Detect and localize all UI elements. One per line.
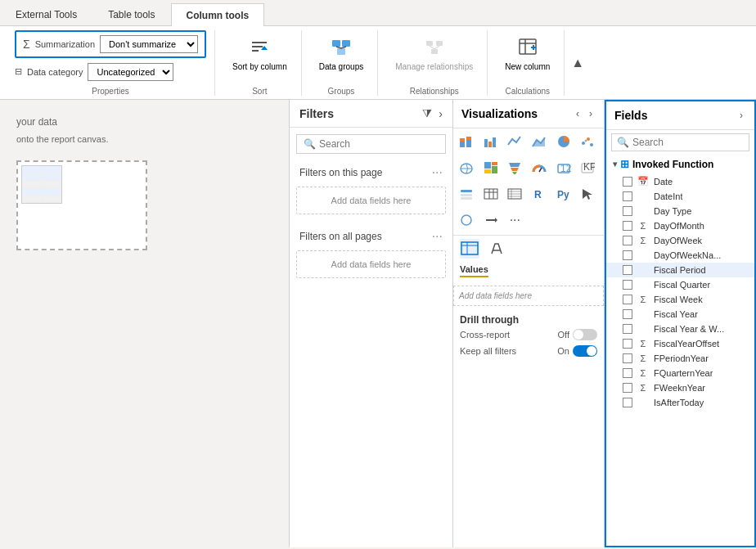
field-item-fiscal-year-w[interactable]: Fiscal Year & W... — [606, 322, 754, 336]
field-item-dayofweekna[interactable]: DayOfWeekNa... — [606, 248, 754, 263]
viz-icon-line[interactable] — [505, 132, 524, 151]
tab-external-tools[interactable]: External Tools — [0, 2, 92, 25]
fields-search-input[interactable] — [632, 137, 755, 148]
keep-filters-toggle[interactable]: On — [557, 345, 597, 357]
viz-icon-matrix[interactable] — [505, 184, 524, 204]
filters-all-pages-more[interactable]: ··· — [432, 229, 443, 244]
fields-expand-arrow[interactable]: › — [736, 108, 746, 123]
viz-icon-more[interactable]: ··· — [505, 210, 524, 230]
field-checkbox-fiscal-year-offset[interactable] — [623, 339, 632, 349]
field-name-dayofweek: DayOfWeek — [654, 236, 702, 245]
summarization-control[interactable]: Σ Summarization Don't summarize — [15, 30, 206, 58]
viz-icon-table[interactable] — [481, 184, 501, 204]
field-item-dayofweek[interactable]: Σ DayOfWeek — [606, 233, 754, 248]
sort-icon — [250, 37, 269, 61]
ribbon-scroll-right[interactable]: ▲ — [568, 54, 587, 72]
field-item-fperiodnyear[interactable]: Σ FPeriodnYear — [606, 351, 754, 366]
filters-on-page-drop[interactable]: Add data fields here — [296, 187, 446, 214]
data-category-icon: ⊟ — [15, 66, 22, 77]
viz-add-field-drop[interactable]: Add data fields here — [453, 286, 604, 306]
viz-icon-clustered-bar[interactable] — [481, 132, 501, 151]
cross-report-track[interactable] — [573, 329, 597, 340]
viz-icon-r[interactable]: R — [529, 184, 549, 204]
field-checkbox-fiscal-quarter[interactable] — [623, 280, 632, 290]
field-item-fquarternyear[interactable]: Σ FQuarternYear — [606, 366, 754, 380]
summarization-select[interactable]: Don't summarize — [100, 35, 198, 53]
data-groups-button[interactable]: Data groups — [313, 30, 369, 79]
filters-on-page-more[interactable]: ··· — [432, 165, 443, 180]
filter-funnel-icon[interactable]: ⧩ — [422, 106, 432, 120]
new-column-button[interactable]: New column — [499, 30, 556, 79]
viz-values-label: Values — [460, 264, 488, 277]
fields-search-box[interactable]: 🔍 — [611, 133, 749, 151]
field-item-fiscal-year-offset[interactable]: Σ FiscalYearOffset — [606, 336, 754, 351]
field-checkbox-fiscal-year[interactable] — [623, 309, 632, 319]
keep-filters-track[interactable] — [573, 345, 597, 357]
data-category-select[interactable]: Uncategorized — [88, 63, 173, 81]
field-item-isaftertoday[interactable]: IsAfterToday — [606, 395, 754, 410]
viz-values-icon[interactable] — [460, 239, 479, 259]
drill-through-title: Drill through — [460, 314, 597, 326]
field-checkbox-dateint[interactable] — [623, 191, 632, 201]
field-item-daytype[interactable]: Day Type — [606, 204, 754, 218]
filters-search-input[interactable] — [319, 138, 442, 150]
field-item-fiscal-period[interactable]: Fiscal Period — [606, 263, 754, 277]
manage-relationships-button[interactable]: Manage relationships — [389, 30, 479, 79]
viz-icon-cursor[interactable] — [578, 184, 597, 204]
field-item-dateint[interactable]: DateInt — [606, 189, 754, 204]
canvas-box[interactable] — [16, 160, 147, 250]
viz-left-arrow[interactable]: ‹ — [573, 106, 583, 121]
field-checkbox-fiscal-week[interactable] — [623, 295, 632, 304]
field-item-fweeknyear[interactable]: Σ FWeeknYear — [606, 380, 754, 395]
filters-title: Filters — [299, 107, 334, 120]
svg-marker-37 — [511, 168, 519, 171]
filters-panel: Filters ⧩ › 🔍 Filters on this page ··· A… — [290, 100, 453, 547]
field-checkbox-fiscal-year-w[interactable] — [623, 324, 632, 334]
viz-icon-area[interactable] — [529, 132, 549, 151]
field-group-invoked-function[interactable]: ▾ ⊞ Invoked Function — [606, 155, 754, 173]
field-item-fiscal-week[interactable]: Σ Fiscal Week — [606, 292, 754, 307]
field-item-dayofmonth[interactable]: Σ DayOfMonth — [606, 218, 754, 233]
svg-rect-18 — [460, 138, 465, 142]
field-checkbox-fiscal-period[interactable] — [623, 265, 632, 275]
field-checkbox-isaftertoday[interactable] — [623, 398, 632, 407]
field-checkbox-dayofweekna[interactable] — [623, 250, 632, 260]
field-checkbox-date[interactable] — [623, 177, 632, 187]
viz-icon-slicer[interactable] — [457, 184, 476, 204]
filter-expand-icon[interactable]: › — [439, 107, 443, 120]
field-checkbox-daytype[interactable] — [623, 206, 632, 216]
field-checkbox-fperiodnyear[interactable] — [623, 353, 632, 363]
field-checkbox-dayofmonth[interactable] — [623, 221, 632, 231]
viz-icon-stacked-bar[interactable] — [457, 132, 476, 151]
sort-by-column-button[interactable]: Sort by column — [227, 30, 293, 79]
viz-icon-map[interactable] — [457, 158, 476, 178]
field-name-daytype: Day Type — [654, 206, 691, 216]
viz-icon-treemap[interactable] — [481, 158, 501, 178]
tab-column-tools[interactable]: Column tools — [171, 3, 265, 26]
viz-icon-gauge[interactable] — [529, 158, 549, 178]
field-checkbox-dayofweek[interactable] — [623, 236, 632, 245]
viz-icon-shape[interactable] — [457, 210, 476, 230]
viz-icon-pie[interactable] — [554, 132, 574, 151]
field-checkbox-fquarternyear[interactable] — [623, 368, 632, 378]
viz-right-arrow[interactable]: › — [586, 106, 596, 121]
svg-rect-34 — [492, 166, 497, 173]
filters-search-box[interactable]: 🔍 — [296, 134, 446, 154]
viz-icon-scatter[interactable] — [578, 132, 597, 151]
tab-table-tools[interactable]: Table tools — [92, 2, 170, 25]
cross-report-toggle[interactable]: Off — [558, 329, 597, 340]
field-item-fiscal-quarter[interactable]: Fiscal Quarter — [606, 277, 754, 292]
field-item-date[interactable]: 📅 Date — [606, 173, 754, 189]
svg-rect-0 — [252, 42, 267, 43]
field-checkbox-fweeknyear[interactable] — [623, 383, 632, 393]
viz-icon-card[interactable]: 123 — [554, 158, 574, 178]
viz-format-icon[interactable] — [486, 239, 506, 259]
viz-icon-funnel[interactable] — [505, 158, 524, 178]
viz-icon-kpi[interactable]: KPI — [578, 158, 597, 178]
field-group-table-icon: ⊞ — [620, 158, 629, 170]
filters-all-pages-drop[interactable]: Add data fields here — [296, 250, 446, 278]
viz-icon-py[interactable]: Py — [554, 184, 574, 204]
svg-rect-6 — [337, 48, 345, 55]
field-item-fiscal-year[interactable]: Fiscal Year — [606, 307, 754, 322]
viz-icon-arrow[interactable] — [481, 210, 501, 230]
